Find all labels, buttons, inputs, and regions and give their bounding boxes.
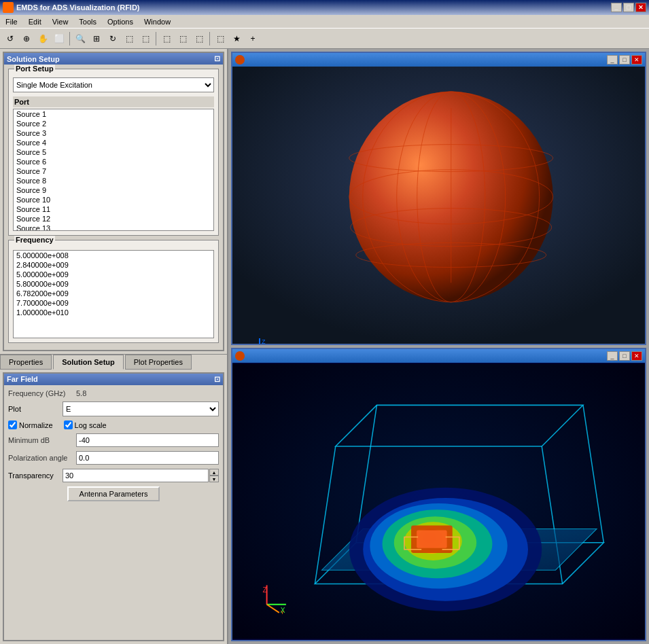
- viz-window-2: _ □ ✕: [231, 348, 646, 641]
- tab-plot-properties[interactable]: Plot Properties: [125, 355, 192, 370]
- frequency-row: Frequency (GHz) 5.8: [8, 389, 219, 397]
- source-list[interactable]: Source 1 Source 2 Source 3 Source 4 Sour…: [13, 109, 214, 231]
- solution-setup-titlebar: Solution Setup ⊡: [4, 53, 223, 65]
- source-4[interactable]: Source 4: [14, 138, 213, 147]
- source-8[interactable]: Source 8: [14, 176, 213, 185]
- source-13[interactable]: Source 13: [14, 223, 213, 231]
- toolbar-add[interactable]: ⊕: [19, 31, 34, 46]
- toolbar-print[interactable]: ⬚: [175, 31, 190, 46]
- transparency-row: Transparency ▲ ▼: [8, 469, 219, 482]
- close-button[interactable]: ✕: [635, 3, 646, 12]
- title-bar: EMDS for ADS Visualization (RFID) _ □ ✕: [0, 0, 649, 15]
- plot-select[interactable]: E H Total: [63, 401, 219, 416]
- toolbar-export[interactable]: ⬚: [159, 31, 174, 46]
- freq-2[interactable]: 2.840000e+009: [14, 260, 213, 270]
- source-2[interactable]: Source 2: [14, 119, 213, 128]
- viz-canvas-1: 90 60 30 0 330 300 270 240 210: [232, 67, 645, 344]
- menu-tools[interactable]: Tools: [73, 16, 102, 27]
- freq-6[interactable]: 7.700000e+009: [14, 298, 213, 308]
- main-layout: Solution Setup ⊡ Port Setup Single Mode …: [0, 49, 649, 644]
- window-controls[interactable]: _ □ ✕: [611, 3, 646, 12]
- frequency-group: Frequency 5.000000e+008 2.840000e+009 5.…: [8, 240, 219, 343]
- far-field-restore[interactable]: ⊡: [214, 375, 220, 384]
- transparency-label: Transparency: [8, 471, 63, 480]
- toolbar-help[interactable]: ⬚: [213, 31, 228, 46]
- polarization-input[interactable]: [76, 451, 219, 465]
- freq-5[interactable]: 6.782000e+009: [14, 289, 213, 298]
- viz-canvas-2: Z X Y: [232, 363, 645, 640]
- toolbar-sep-1: [69, 32, 70, 46]
- log-scale-checkbox[interactable]: [64, 421, 73, 429]
- frequency-list[interactable]: 5.000000e+008 2.840000e+009 5.000000e+00…: [13, 250, 214, 338]
- source-11[interactable]: Source 11: [14, 204, 213, 214]
- normalize-checkbox[interactable]: [8, 421, 17, 429]
- tab-solution-setup[interactable]: Solution Setup: [53, 355, 124, 370]
- port-setup-label: Port Setup: [14, 65, 55, 73]
- window-title: EMDS for ADS Visualization (RFID): [16, 3, 140, 12]
- toolbar: ↺ ⊕ ✋ ⬜ 🔍 ⊞ ↻ ⬚ ⬚ ⬚ ⬚ ⬚ ⬚ ★ +: [0, 29, 649, 49]
- log-scale-label[interactable]: Log scale: [64, 421, 107, 429]
- menu-options[interactable]: Options: [102, 16, 139, 27]
- normalize-label[interactable]: Normalize: [8, 421, 53, 429]
- source-5[interactable]: Source 5: [14, 147, 213, 157]
- toolbar-plus[interactable]: +: [245, 31, 260, 46]
- viz-close-1[interactable]: ✕: [631, 55, 642, 65]
- source-12[interactable]: Source 12: [14, 214, 213, 223]
- tab-properties[interactable]: Properties: [0, 355, 52, 370]
- plot-label: Plot: [8, 405, 63, 413]
- toolbar-refresh[interactable]: ↺: [3, 31, 18, 46]
- source-1[interactable]: Source 1: [14, 109, 213, 119]
- toolbar-star[interactable]: ★: [229, 31, 244, 46]
- spin-down-button[interactable]: ▼: [209, 476, 219, 482]
- svg-text:Z: Z: [263, 586, 267, 594]
- port-setup-group: Port Setup Single Mode Excitation Multi …: [8, 69, 219, 236]
- svg-text:Z: Z: [262, 338, 266, 344]
- svg-rect-42: [417, 530, 447, 548]
- viz-minimize-2[interactable]: _: [607, 351, 618, 361]
- source-3[interactable]: Source 3: [14, 128, 213, 138]
- toolbar-rotate[interactable]: ↻: [105, 31, 120, 46]
- app-icon: [3, 2, 14, 13]
- viz-maximize-2[interactable]: □: [619, 351, 630, 361]
- menu-window[interactable]: Window: [139, 16, 176, 27]
- toolbar-fit[interactable]: ⊞: [89, 31, 104, 46]
- toolbar-select[interactable]: ⬜: [52, 31, 67, 46]
- viz-window-controls-1[interactable]: _ □ ✕: [607, 55, 642, 65]
- toolbar-zoom[interactable]: 🔍: [73, 31, 88, 46]
- far-field-panel: Far Field ⊡ Frequency (GHz) 5.8 Plot E H…: [3, 372, 224, 641]
- toolbar-pan[interactable]: ✋: [35, 31, 50, 46]
- min-db-input[interactable]: [76, 433, 219, 447]
- source-6[interactable]: Source 6: [14, 157, 213, 166]
- spin-up-button[interactable]: ▲: [209, 469, 219, 476]
- viz-titlebar-2: _ □ ✕: [232, 349, 645, 363]
- far-field-titlebar: Far Field ⊡: [4, 374, 223, 385]
- toolbar-sep-3: [209, 32, 210, 46]
- maximize-button[interactable]: □: [623, 3, 634, 12]
- viz-window-controls-2[interactable]: _ □ ✕: [607, 351, 642, 361]
- transparency-input[interactable]: [63, 469, 209, 482]
- viz-close-2[interactable]: ✕: [631, 351, 642, 361]
- transparency-spinner[interactable]: ▲ ▼: [209, 469, 219, 482]
- antenna-parameters-button[interactable]: Antenna Parameters: [67, 486, 160, 501]
- freq-7[interactable]: 1.000000e+010: [14, 308, 213, 317]
- solution-setup-restore[interactable]: ⊡: [214, 54, 220, 63]
- minimize-button[interactable]: _: [611, 3, 622, 12]
- menu-edit[interactable]: Edit: [23, 16, 47, 27]
- toolbar-copy[interactable]: ⬚: [122, 31, 137, 46]
- freq-3[interactable]: 5.000000e+009: [14, 270, 213, 279]
- source-10[interactable]: Source 10: [14, 195, 213, 204]
- freq-4[interactable]: 5.800000e+009: [14, 279, 213, 289]
- viz-minimize-1[interactable]: _: [607, 55, 618, 65]
- solution-setup-panel: Solution Setup ⊡ Port Setup Single Mode …: [3, 52, 224, 351]
- source-9[interactable]: Source 9: [14, 185, 213, 195]
- far-field-title-text: Far Field: [7, 375, 38, 384]
- port-mode-select[interactable]: Single Mode Excitation Multi Mode Excita…: [13, 77, 214, 92]
- source-7[interactable]: Source 7: [14, 166, 213, 176]
- freq-1[interactable]: 5.000000e+008: [14, 251, 213, 260]
- menu-file[interactable]: File: [0, 16, 23, 27]
- left-panel: Solution Setup ⊡ Port Setup Single Mode …: [0, 49, 228, 644]
- viz-maximize-1[interactable]: □: [619, 55, 630, 65]
- toolbar-settings[interactable]: ⬚: [192, 31, 207, 46]
- menu-view[interactable]: View: [47, 16, 74, 27]
- toolbar-paste[interactable]: ⬚: [138, 31, 153, 46]
